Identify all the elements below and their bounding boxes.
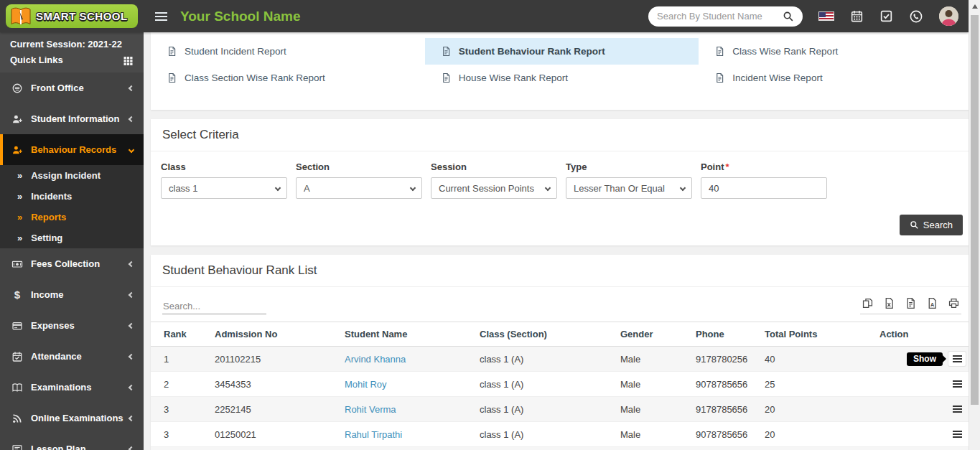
tab-label: Class Wise Rank Report <box>732 46 838 57</box>
cell-phone: 927800656 <box>689 447 757 450</box>
user-plus-icon <box>11 144 23 156</box>
cell-rank: 1 <box>151 347 207 372</box>
quick-links-grid-icon[interactable] <box>123 55 134 65</box>
print-icon[interactable] <box>948 297 960 309</box>
whatsapp-icon[interactable] <box>909 9 923 24</box>
sidebar-item-label: Examinations <box>31 382 129 393</box>
user-avatar[interactable] <box>939 6 958 26</box>
tab-class-section-wise-rank-report[interactable]: Class Section Wise Rank Report <box>151 65 425 91</box>
student-name-link[interactable]: Rahul Tirpathi <box>345 429 402 440</box>
section-label: Section <box>296 161 422 172</box>
sidebar-item-behaviour-records[interactable]: Behaviour Records <box>0 134 144 165</box>
credit-card-icon <box>11 320 23 332</box>
sidebar-item-label: Expenses <box>31 320 129 331</box>
point-field: Point* <box>701 161 827 199</box>
csv-export-icon[interactable] <box>905 297 917 309</box>
sidebar-item-label: Student Information <box>31 113 129 124</box>
type-select[interactable]: Lesser Than Or Equal <box>566 177 692 199</box>
row-action-menu-icon[interactable] <box>948 402 966 416</box>
submenu-item-assign-incident[interactable]: » Assign Incident <box>0 165 144 186</box>
point-input[interactable] <box>709 183 821 194</box>
tab-student-behaviour-rank-report[interactable]: Student Behaviour Rank Report <box>425 38 699 65</box>
cell-phone: 9178780256 <box>689 347 757 372</box>
hamburger-menu-icon[interactable] <box>155 10 167 23</box>
chevron-left-icon <box>129 291 134 297</box>
cell-phone: 9078785656 <box>689 372 757 397</box>
calendar-icon[interactable] <box>850 9 864 23</box>
scrollbar-thumb[interactable] <box>971 15 979 405</box>
tab-house-wise-rank-report[interactable]: House Wise Rank Report <box>425 65 699 91</box>
select-chevron-icon <box>545 185 551 191</box>
task-check-icon[interactable] <box>879 9 893 23</box>
submenu-item-incidents[interactable]: » Incidents <box>0 186 144 207</box>
col-admission-no[interactable]: Admission No <box>207 322 337 347</box>
chevron-left-icon <box>129 322 134 328</box>
row-action-menu-icon[interactable] <box>948 427 966 441</box>
sidebar-item-label: Lesson Plan <box>31 444 129 450</box>
submenu-item-label: Reports <box>31 212 66 222</box>
cell-gender: Male <box>613 397 689 422</box>
rank-list-title: Student Behaviour Rank List <box>151 255 973 287</box>
table-row: 3 01250021 Rahul Tirpathi class 1 (A) Ma… <box>151 422 973 447</box>
class-select[interactable]: class 1 <box>161 177 287 199</box>
language-flag-icon[interactable] <box>818 11 834 21</box>
session-select[interactable]: Current Session Points <box>431 177 557 199</box>
student-search-box[interactable] <box>648 6 803 27</box>
excel-export-icon[interactable] <box>883 297 895 309</box>
chevron-left-icon <box>129 85 134 90</box>
col-rank[interactable]: Rank <box>151 322 207 347</box>
tab-label: Student Behaviour Rank Report <box>459 46 605 57</box>
cell-total-points: 40 <box>757 347 872 372</box>
chevron-left-icon <box>129 384 134 390</box>
table-search-input[interactable] <box>162 299 266 314</box>
main-content: Student Incident Report Student Behaviou… <box>144 32 980 450</box>
sidebar-item-online-examinations[interactable]: Online Examinations <box>0 403 144 433</box>
tab-class-wise-rank-report[interactable]: Class Wise Rank Report <box>699 38 973 65</box>
sidebar-item-front-office[interactable]: Front Office <box>0 72 144 103</box>
logo-area[interactable]: SMART SCHOOL <box>0 4 144 28</box>
student-name-link[interactable]: Mohit Roy <box>345 379 387 390</box>
col-gender[interactable]: Gender <box>613 322 689 347</box>
row-action-menu-icon[interactable] <box>948 352 966 366</box>
tab-incident-wise-report[interactable]: Incident Wise Report <box>699 65 973 91</box>
search-icon <box>910 220 919 230</box>
submenu-item-setting[interactable]: » Setting <box>0 228 144 248</box>
page-scrollbar[interactable] <box>969 0 980 450</box>
student-name-link[interactable]: Arvind Khanna <box>345 354 406 365</box>
search-button[interactable]: Search <box>900 215 963 235</box>
sidebar-item-income[interactable]: $ Income <box>0 279 144 310</box>
cell-rank: 2 <box>151 372 207 397</box>
scrollbar-up-arrow[interactable] <box>972 4 978 9</box>
required-asterisk: * <box>726 161 729 172</box>
submenu-item-reports[interactable]: » Reports <box>0 207 144 228</box>
col-total-points[interactable]: Total Points <box>757 322 872 347</box>
student-search-input[interactable] <box>657 11 783 22</box>
search-icon[interactable] <box>783 11 794 22</box>
sidebar-item-lesson-plan[interactable]: Lesson Plan <box>0 433 144 450</box>
sidebar-item-fees-collection[interactable]: Fees Collection <box>0 248 144 279</box>
cell-total-points: -40 <box>757 447 872 450</box>
cell-rank: 4 <box>151 447 207 450</box>
smart-school-logo: SMART SCHOOL <box>6 4 138 28</box>
student-name-link[interactable]: Rohit Verma <box>345 404 396 415</box>
row-action-menu-icon[interactable] <box>948 377 966 391</box>
cell-admission-no: 201102215 <box>207 347 337 372</box>
sidebar-item-attendance[interactable]: Attendance <box>0 341 144 372</box>
select-chevron-icon <box>275 185 281 191</box>
pdf-export-icon[interactable] <box>926 297 938 309</box>
sidebar-item-student-information[interactable]: Student Information <box>0 103 144 134</box>
col-student-name[interactable]: Student Name <box>337 322 472 347</box>
sidebar-item-expenses[interactable]: Expenses <box>0 310 144 341</box>
user-plus-icon <box>11 113 23 125</box>
class-field: Class class 1 <box>161 161 287 199</box>
copy-icon[interactable] <box>862 297 874 309</box>
section-select[interactable]: A <box>296 177 422 199</box>
col-phone[interactable]: Phone <box>689 322 757 347</box>
col-class-section[interactable]: Class (Section) <box>472 322 613 347</box>
tab-student-incident-report[interactable]: Student Incident Report <box>151 38 425 65</box>
chevron-down-icon <box>129 146 134 152</box>
sidebar-item-examinations[interactable]: Examinations <box>0 372 144 403</box>
behaviour-records-submenu: » Assign Incident » Incidents » Reports … <box>0 165 144 248</box>
report-file-icon <box>167 72 177 84</box>
type-label: Type <box>566 161 692 172</box>
